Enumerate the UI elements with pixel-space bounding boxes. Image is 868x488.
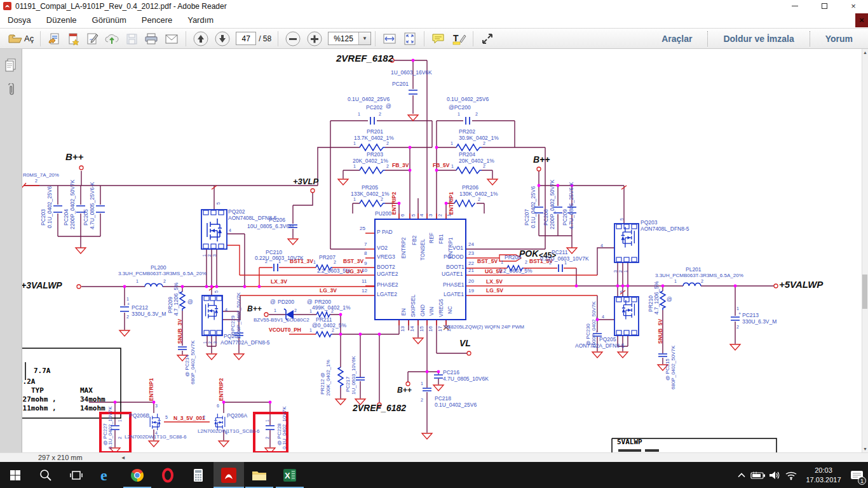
clock-time: 20:03 bbox=[799, 466, 848, 475]
taskbar-clock[interactable]: 20:03 17.03.2017 bbox=[799, 466, 848, 485]
battery-icon[interactable] bbox=[750, 471, 766, 480]
window-title: 01191_Compal_LA-9101P_Rev_0.4_2012.pdf -… bbox=[15, 2, 227, 11]
fit-width-icon[interactable] bbox=[379, 30, 400, 47]
zoom-value: %125 bbox=[329, 34, 358, 43]
share-file-icon[interactable] bbox=[44, 30, 64, 47]
edge-icon[interactable]: e bbox=[92, 462, 122, 488]
tray-chevron-icon[interactable] bbox=[733, 471, 750, 479]
navigation-sidebar bbox=[0, 49, 22, 452]
file-explorer-icon[interactable] bbox=[244, 462, 275, 488]
taskbar: e X 20:03 17.03.2017 bbox=[0, 462, 868, 488]
close-button[interactable]: × bbox=[839, 0, 868, 12]
save-icon[interactable] bbox=[122, 30, 141, 47]
menu-dosya[interactable]: Dosya bbox=[0, 13, 39, 27]
sign-document-icon[interactable] bbox=[83, 30, 102, 47]
search-button[interactable] bbox=[31, 462, 61, 488]
fit-page-icon[interactable] bbox=[400, 30, 420, 47]
zoom-level-select[interactable]: %125 ▼ bbox=[328, 32, 371, 45]
task-view-button[interactable] bbox=[61, 462, 92, 488]
comment-button[interactable]: Yorum bbox=[817, 34, 862, 44]
maximize-button[interactable] bbox=[810, 0, 839, 12]
toolbar: Aç / 58 %125 ▼ bbox=[0, 29, 868, 49]
menu-pencere[interactable]: Pencere bbox=[134, 13, 180, 27]
chrome-icon[interactable] bbox=[122, 462, 153, 488]
notification-badge: 1 bbox=[858, 477, 866, 485]
scroll-up-arrow[interactable]: ▲ bbox=[863, 50, 867, 55]
clock-date: 17.03.2017 bbox=[799, 475, 848, 485]
page-total: / 58 bbox=[259, 34, 271, 43]
vertical-scrollbar-thumb[interactable] bbox=[862, 274, 867, 309]
minimize-button[interactable] bbox=[780, 0, 810, 12]
action-center-icon[interactable]: 1 bbox=[848, 462, 867, 488]
next-page-button[interactable] bbox=[212, 30, 233, 47]
open-label: Aç bbox=[24, 34, 34, 43]
volume-icon[interactable] bbox=[766, 470, 783, 480]
schematic-canvas bbox=[0, 0, 868, 488]
svg-text:e: e bbox=[100, 467, 107, 484]
tools-button[interactable]: Araçlar bbox=[653, 34, 701, 44]
svg-text:T: T bbox=[453, 33, 459, 43]
highlight-text-icon[interactable]: T bbox=[449, 30, 469, 47]
excel-icon[interactable]: X bbox=[275, 462, 305, 488]
menu-duzenle[interactable]: Düzenle bbox=[39, 13, 85, 27]
page-number-input[interactable] bbox=[236, 32, 256, 45]
previous-page-button[interactable] bbox=[190, 30, 212, 47]
zoom-in-button[interactable] bbox=[304, 30, 325, 47]
print-icon[interactable] bbox=[141, 30, 161, 47]
open-button[interactable]: Aç bbox=[5, 30, 36, 47]
scroll-down-arrow[interactable]: ▼ bbox=[863, 447, 867, 451]
start-button[interactable] bbox=[0, 462, 31, 488]
vertical-scrollbar[interactable]: ▲ ▼ bbox=[862, 49, 868, 452]
menu-bar: Dosya Düzenle Görünüm Pencere Yardım × bbox=[0, 12, 868, 29]
cloud-upload-icon[interactable] bbox=[102, 30, 122, 47]
email-icon[interactable] bbox=[161, 30, 182, 47]
page-size-label: 297 x 210 mm bbox=[38, 454, 83, 461]
opera-icon[interactable] bbox=[153, 462, 183, 488]
close-document-button[interactable]: × bbox=[855, 13, 868, 27]
calculator-icon[interactable] bbox=[183, 462, 214, 488]
title-bar: 01191_Compal_LA-9101P_Rev_0.4_2012.pdf -… bbox=[0, 0, 868, 12]
pdf-app-icon bbox=[3, 2, 11, 10]
zoom-out-button[interactable] bbox=[282, 30, 304, 47]
attachments-icon[interactable] bbox=[6, 83, 16, 101]
fullscreen-icon[interactable] bbox=[477, 30, 498, 47]
adobe-reader-icon[interactable] bbox=[214, 462, 244, 488]
zoom-dropdown-arrow[interactable]: ▼ bbox=[358, 32, 370, 44]
comment-icon[interactable] bbox=[428, 30, 449, 47]
menu-gorunum[interactable]: Görünüm bbox=[85, 13, 134, 27]
status-bar: 297 x 210 mm ◄ ► bbox=[0, 452, 868, 462]
create-pdf-icon[interactable] bbox=[64, 30, 83, 47]
page-thumbnails-icon[interactable] bbox=[5, 58, 17, 74]
wifi-icon[interactable] bbox=[783, 470, 799, 480]
fill-sign-button[interactable]: Doldur ve İmzala bbox=[714, 34, 803, 44]
menu-yardim[interactable]: Yardım bbox=[180, 13, 221, 27]
svg-text:X: X bbox=[285, 471, 290, 480]
scroll-left-arrow[interactable]: ◄ bbox=[121, 455, 126, 461]
